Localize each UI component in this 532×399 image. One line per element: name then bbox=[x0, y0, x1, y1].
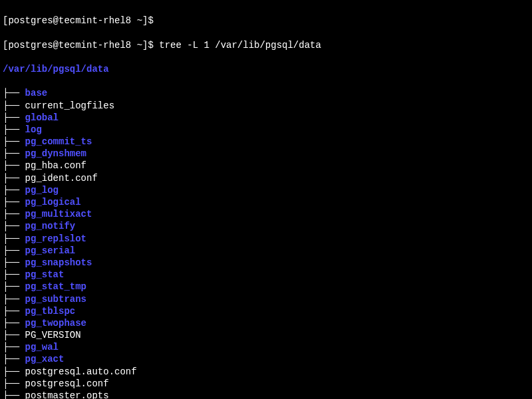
directory-name: pg_notify bbox=[25, 221, 76, 231]
directory-name: pg_dynshmem bbox=[25, 148, 86, 159]
tree-entry: ├── pg_twophase bbox=[3, 317, 529, 329]
file-name: pg_hba.conf bbox=[25, 160, 86, 171]
tree-branch-icon: ├── bbox=[3, 306, 25, 317]
directory-name: pg_xact bbox=[25, 354, 65, 364]
file-name: PG_VERSION bbox=[25, 330, 81, 340]
tree-branch-icon: ├── bbox=[3, 318, 25, 329]
directory-name: pg_twophase bbox=[25, 318, 86, 329]
tree-branch-icon: ├── bbox=[3, 209, 25, 219]
tree-entry: ├── pg_commit_ts bbox=[3, 136, 529, 148]
tree-branch-icon: ├── bbox=[3, 136, 25, 147]
tree-listing: ├── base├── current_logfiles├── global├─… bbox=[3, 87, 529, 399]
tree-entry: ├── pg_subtrans bbox=[3, 293, 529, 305]
tree-branch-icon: ├── bbox=[3, 185, 25, 196]
tree-entry: ├── pg_ident.conf bbox=[3, 172, 529, 184]
tree-branch-icon: ├── bbox=[3, 221, 25, 231]
directory-name: pg_wal bbox=[25, 342, 59, 352]
tree-entry: ├── log bbox=[3, 124, 529, 136]
file-name: postmaster.opts bbox=[25, 390, 109, 399]
tree-entry: ├── pg_wal bbox=[3, 341, 529, 353]
tree-branch-icon: ├── bbox=[3, 342, 25, 352]
tree-entry: ├── PG_VERSION bbox=[3, 329, 529, 341]
tree-entry: ├── pg_serial bbox=[3, 245, 529, 257]
tree-branch-icon: ├── bbox=[3, 366, 25, 377]
tree-entry: ├── postmaster.opts bbox=[3, 390, 529, 399]
directory-name: base bbox=[25, 88, 48, 98]
directory-name: global bbox=[25, 112, 59, 123]
tree-entry: ├── base bbox=[3, 87, 529, 99]
tree-branch-icon: ├── bbox=[3, 173, 25, 184]
file-name: postgresql.auto.conf bbox=[25, 366, 137, 377]
tree-branch-icon: ├── bbox=[3, 281, 25, 292]
tree-entry: ├── pg_stat_tmp bbox=[3, 281, 529, 293]
directory-name: pg_serial bbox=[25, 245, 76, 256]
tree-entry: ├── pg_log bbox=[3, 184, 529, 196]
tree-entry: ├── pg_dynshmem bbox=[3, 148, 529, 160]
tree-root: /var/lib/pgsql/data bbox=[3, 63, 529, 75]
tree-branch-icon: ├── bbox=[3, 269, 25, 280]
tree-branch-icon: ├── bbox=[3, 112, 25, 123]
file-name: current_logfiles bbox=[25, 100, 114, 111]
tree-entry: ├── pg_logical bbox=[3, 196, 529, 208]
tree-branch-icon: ├── bbox=[3, 148, 25, 159]
tree-entry: ├── pg_replslot bbox=[3, 233, 529, 245]
tree-branch-icon: ├── bbox=[3, 390, 25, 399]
tree-branch-icon: ├── bbox=[3, 257, 25, 268]
directory-name: pg_replslot bbox=[25, 233, 86, 244]
prompt-line-2: [postgres@tecmint-rhel8 ~]$ tree -L 1 /v… bbox=[3, 39, 529, 51]
tree-branch-icon: ├── bbox=[3, 233, 25, 244]
tree-entry: ├── pg_snapshots bbox=[3, 257, 529, 269]
tree-entry: ├── postgresql.conf bbox=[3, 378, 529, 390]
tree-entry: ├── pg_notify bbox=[3, 220, 529, 232]
root-directory: /var/lib/pgsql/data bbox=[3, 64, 109, 74]
file-name: pg_ident.conf bbox=[25, 173, 98, 184]
tree-branch-icon: ├── bbox=[3, 330, 25, 340]
tree-branch-icon: ├── bbox=[3, 100, 25, 111]
tree-branch-icon: ├── bbox=[3, 124, 25, 135]
directory-name: log bbox=[25, 124, 42, 135]
tree-entry: ├── postgresql.auto.conf bbox=[3, 366, 529, 378]
tree-branch-icon: ├── bbox=[3, 378, 25, 389]
directory-name: pg_snapshots bbox=[25, 257, 92, 268]
directory-name: pg_commit_ts bbox=[25, 136, 92, 147]
tree-entry: ├── pg_hba.conf bbox=[3, 160, 529, 172]
tree-branch-icon: ├── bbox=[3, 245, 25, 256]
file-name: postgresql.conf bbox=[25, 378, 109, 389]
tree-entry: ├── current_logfiles bbox=[3, 100, 529, 112]
tree-entry: ├── pg_tblspc bbox=[3, 305, 529, 317]
directory-name: pg_stat_tmp bbox=[25, 281, 86, 292]
directory-name: pg_logical bbox=[25, 197, 81, 207]
tree-branch-icon: ├── bbox=[3, 88, 25, 98]
tree-branch-icon: ├── bbox=[3, 197, 25, 207]
tree-branch-icon: ├── bbox=[3, 294, 25, 305]
tree-entry: ├── pg_multixact bbox=[3, 208, 529, 220]
directory-name: pg_stat bbox=[25, 269, 65, 280]
tree-entry: ├── pg_stat bbox=[3, 269, 529, 281]
directory-name: pg_subtrans bbox=[25, 294, 86, 305]
tree-entry: ├── global bbox=[3, 112, 529, 124]
directory-name: pg_log bbox=[25, 185, 59, 196]
tree-branch-icon: ├── bbox=[3, 354, 25, 364]
terminal-output[interactable]: [postgres@tecmint-rhel8 ~]$ [postgres@te… bbox=[3, 3, 529, 399]
directory-name: pg_tblspc bbox=[25, 306, 76, 317]
tree-entry: ├── pg_xact bbox=[3, 353, 529, 365]
tree-branch-icon: ├── bbox=[3, 160, 25, 171]
prompt-line-1: [postgres@tecmint-rhel8 ~]$ bbox=[3, 15, 529, 27]
directory-name: pg_multixact bbox=[25, 209, 92, 219]
